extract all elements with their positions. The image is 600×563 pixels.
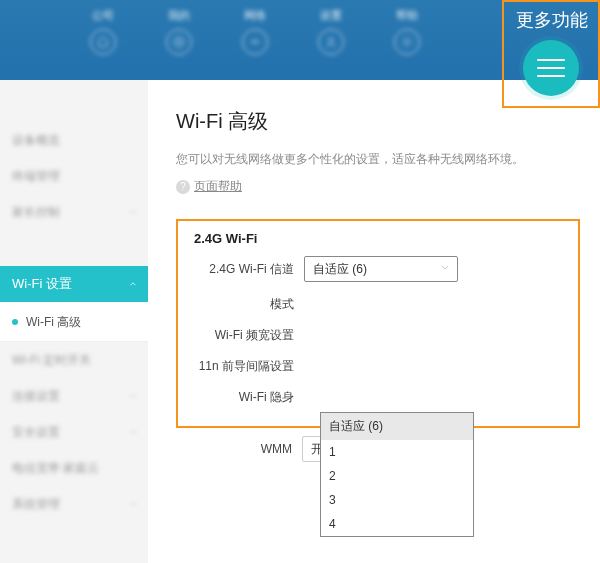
field-label-preamble: 11n 前导间隔设置	[194, 358, 304, 375]
sidebar-item[interactable]: 设备概览	[0, 122, 148, 158]
plus-icon	[166, 29, 192, 55]
sidebar-item[interactable]: 系统管理	[0, 486, 148, 522]
chevron-down-icon	[128, 207, 138, 217]
sidebar: 设备概览 终端管理 家长控制 Wi-Fi 设置 Wi-Fi 高级 Wi-Fi 定…	[0, 80, 148, 563]
nav-label: 网络	[244, 8, 266, 23]
sidebar-item-wifi-settings[interactable]: Wi-Fi 设置	[0, 266, 148, 302]
nav-item[interactable]: 公司	[90, 8, 116, 55]
dropdown-option[interactable]: 1	[321, 440, 473, 464]
chevron-down-icon	[439, 262, 451, 277]
sidebar-item[interactable]: 安全设置	[0, 414, 148, 450]
chevron-up-icon	[128, 279, 138, 289]
sidebar-item[interactable]: 连接设置	[0, 378, 148, 414]
sidebar-item-label: 连接设置	[12, 378, 60, 414]
nav-label: 设置	[320, 8, 342, 23]
svg-point-2	[405, 40, 409, 44]
main-content: Wi-Fi 高级 您可以对无线网络做更多个性化的设置，适应各种无线网络环境。 ?…	[148, 80, 600, 563]
channel-dropdown[interactable]: 自适应 (6) 1 2 3 4	[320, 412, 474, 537]
select-value: 自适应 (6)	[313, 261, 367, 278]
nav-item[interactable]: 设置	[318, 8, 344, 55]
sidebar-item[interactable]: 电信宽带·家庭云	[0, 450, 148, 486]
wifi-icon	[242, 29, 268, 55]
help-icon: ?	[176, 180, 190, 194]
nav-label: 公司	[92, 8, 114, 23]
dropdown-option[interactable]: 自适应 (6)	[321, 413, 473, 440]
svg-point-1	[329, 38, 334, 43]
nav-item[interactable]: 帮助	[394, 8, 420, 55]
nav-label: 帮助	[396, 8, 418, 23]
more-features-label: 更多功能	[516, 8, 588, 32]
sidebar-item-label: 安全设置	[12, 414, 60, 450]
sidebar-item-label: 电信宽带·家庭云	[12, 450, 99, 486]
sidebar-item[interactable]: Wi-Fi 定时开关	[0, 342, 148, 378]
sidebar-item-label: 设备概览	[12, 122, 60, 158]
nav-item[interactable]: 网络	[242, 8, 268, 55]
nav-label: 我的	[168, 8, 190, 23]
user-icon	[318, 29, 344, 55]
dropdown-option[interactable]: 3	[321, 488, 473, 512]
field-label-hidden: Wi-Fi 隐身	[194, 389, 304, 406]
sidebar-item-label: 终端管理	[12, 158, 60, 194]
dropdown-option[interactable]: 2	[321, 464, 473, 488]
field-label-channel: 2.4G Wi-Fi 信道	[194, 261, 304, 278]
sidebar-subitem-wifi-advanced[interactable]: Wi-Fi 高级	[0, 302, 148, 342]
sidebar-item[interactable]: 家长控制	[0, 194, 148, 230]
chevron-down-icon	[128, 499, 138, 509]
chevron-down-icon	[128, 427, 138, 437]
top-nav: 公司 我的 网络 设置 帮助 更多功能	[0, 0, 600, 80]
page-description: 您可以对无线网络做更多个性化的设置，适应各种无线网络环境。	[176, 151, 580, 168]
sidebar-item-label: Wi-Fi 设置	[12, 276, 72, 291]
section-title-24g: 2.4G Wi-Fi	[194, 231, 562, 246]
dropdown-option[interactable]: 4	[321, 512, 473, 536]
field-label-mode: 模式	[194, 296, 304, 313]
nav-item[interactable]: 我的	[166, 8, 192, 55]
sidebar-item-label: Wi-Fi 定时开关	[12, 342, 91, 378]
home-icon	[90, 29, 116, 55]
channel-select[interactable]: 自适应 (6)	[304, 256, 458, 282]
sidebar-item-label: Wi-Fi 高级	[26, 315, 81, 329]
sidebar-item-label: 系统管理	[12, 486, 60, 522]
section-highlight: 2.4G Wi-Fi 2.4G Wi-Fi 信道 自适应 (6) 模式 Wi-F…	[176, 219, 580, 428]
sidebar-item-label: 家长控制	[12, 194, 60, 230]
sidebar-item[interactable]: 终端管理	[0, 158, 148, 194]
gear-icon	[394, 29, 420, 55]
active-dot-icon	[12, 319, 18, 325]
field-label-wmm: WMM	[192, 442, 302, 456]
help-label: 页面帮助	[194, 178, 242, 195]
page-help-link[interactable]: ? 页面帮助	[176, 178, 580, 195]
chevron-down-icon	[128, 391, 138, 401]
page-title: Wi-Fi 高级	[176, 108, 580, 135]
field-label-bandwidth: Wi-Fi 频宽设置	[194, 327, 304, 344]
